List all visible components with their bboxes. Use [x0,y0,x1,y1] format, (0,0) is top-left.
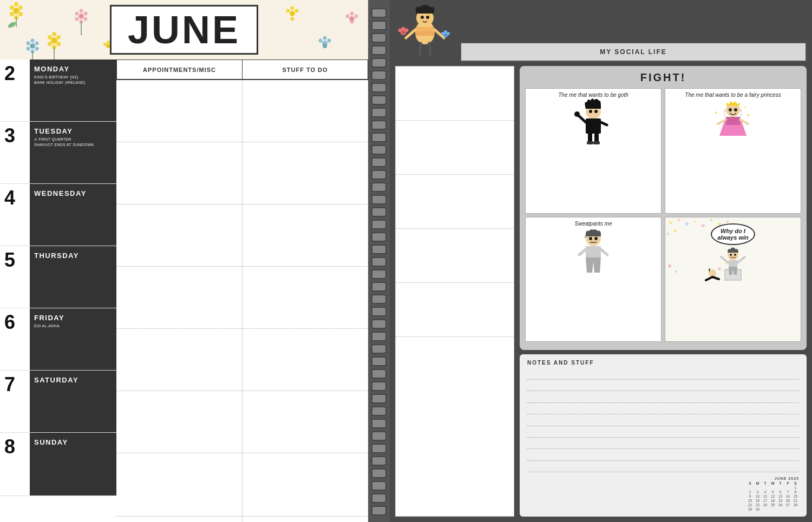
spiral-coil [371,245,387,254]
svg-point-3 [10,5,14,10]
svg-point-45 [323,36,327,40]
table-row: 6 FRIDAY EID AL-ADHA [0,308,116,371]
spiral-coil [371,444,387,453]
columns-content [116,80,368,522]
svg-line-116 [601,249,607,255]
appt-line-7 [116,453,242,517]
svg-point-81 [402,27,405,31]
spiral-coil [371,145,387,155]
svg-rect-93 [586,118,601,134]
spiral-coil [371,431,387,441]
spiral-coil [371,70,387,80]
todo-column [243,80,368,522]
day-name-block: SATURDAY [30,371,116,432]
day-name-block: TUESDAY ⊙ FIRST QUARTERSHAVUOT ENDS AT S… [30,122,116,183]
day-name-block: SUNDAY [30,433,116,495]
svg-point-40 [286,9,290,13]
fight-title: FIGHT! [525,71,801,84]
svg-point-75 [426,16,429,19]
spiral-coil [371,344,387,354]
day-name: SATURDAY [34,376,112,384]
day-name: WEDNESDAY [34,189,112,197]
columns-area: APPOINTMENTS/MISC STUFF TO DO [116,60,368,522]
svg-point-124 [726,221,729,223]
svg-point-86 [444,30,447,34]
main-content: FIGHT! The me that wants to be goth [395,66,807,517]
svg-rect-104 [726,117,740,125]
svg-point-50 [350,12,354,16]
svg-point-43 [290,11,294,16]
svg-point-84 [402,31,405,34]
svg-point-21 [27,47,30,51]
social-life-panel [395,66,514,517]
svg-point-112 [594,237,598,240]
day-note: ⊙ FIRST QUARTERSHAVUOT ENDS AT SUNDOWN [34,137,112,148]
svg-text:✦: ✦ [746,113,750,118]
svg-point-121 [702,224,705,227]
svg-point-95 [574,111,580,117]
svg-point-82 [405,29,409,32]
spiral-coil [371,120,387,130]
table-row: 7 SATURDAY [0,371,116,433]
svg-point-2 [14,2,18,6]
right-top-row: MY SOCIAL LIFE [395,5,807,62]
social-life-title: MY SOCIAL LIFE [600,48,667,56]
spiral-coil [371,33,387,43]
svg-point-48 [323,44,327,48]
spiral-coil [371,220,387,229]
svg-text:✦: ✦ [744,106,746,109]
appt-line-5 [116,329,242,391]
svg-point-4 [18,5,23,10]
spiral-coil [371,356,387,366]
spiral-coil [371,257,387,267]
svg-point-18 [31,39,35,43]
spiral-coil [371,232,387,242]
left-page: JUNE 2 MONDAY KING'S BIRTHDAY (NZ)BANK H… [0,0,368,522]
day-number-block: 7 [0,371,30,432]
spiral-coil [371,506,387,516]
table-row: 4 WEDNESDAY [0,184,116,246]
spiral-coil [371,419,387,428]
todo-line-3 [243,204,368,267]
spiral-coil [371,157,387,167]
svg-line-139 [721,257,729,263]
month-title: JUNE [110,5,258,55]
planner-body: 2 MONDAY KING'S BIRTHDAY (NZ)BANK HOLIDA… [0,60,368,522]
svg-rect-114 [586,246,601,258]
spiral-coil [371,21,387,30]
fight-cell-winner: Why do Ialways win [665,217,801,342]
svg-point-102 [729,108,732,111]
svg-point-30 [84,17,88,21]
spiral-coil [371,170,387,180]
mini-cal-grid: S M T W T F S 1 [746,481,799,511]
spiral-coil [371,58,387,68]
svg-text:✦: ✦ [714,110,718,115]
winner-character-svg [700,245,765,283]
svg-point-141 [709,269,716,277]
fairy-character-svg: ✦ ✦ ✦ [711,98,755,147]
spiral-coil [371,207,387,217]
svg-point-47 [328,39,331,43]
day-number-block: 6 [0,308,30,370]
day-name-block: FRIDAY EID AL-ADHA [30,308,116,370]
svg-line-115 [579,249,586,255]
spiral-coil [371,95,387,105]
spiral-coil [371,394,387,404]
spiral-binding [368,0,390,522]
goth-character-svg [572,98,615,147]
social-life-box: MY SOCIAL LIFE [460,42,807,62]
day-number-block: 3 [0,122,30,183]
spiral-coil [371,45,387,55]
day-number-block: 4 [0,184,30,246]
notes-panel: NOTES AND STUFF JUNE 2025 [520,354,807,517]
day-note: EID AL-ADHA [34,323,112,329]
table-row: 3 TUESDAY ⊙ FIRST QUARTERSHAVUOT ENDS AT… [0,122,116,184]
svg-point-118 [678,219,680,221]
svg-point-92 [594,110,598,113]
fight-cell-sweatpants: Sweatpants me [525,217,662,342]
day-note: KING'S BIRTHDAY (NZ)BANK HOLIDAY (IRELAN… [34,75,112,85]
svg-point-13 [48,42,52,46]
todo-line-2 [243,142,368,204]
svg-point-83 [398,29,402,32]
mini-cal-title: JUNE 2025 [775,477,799,480]
